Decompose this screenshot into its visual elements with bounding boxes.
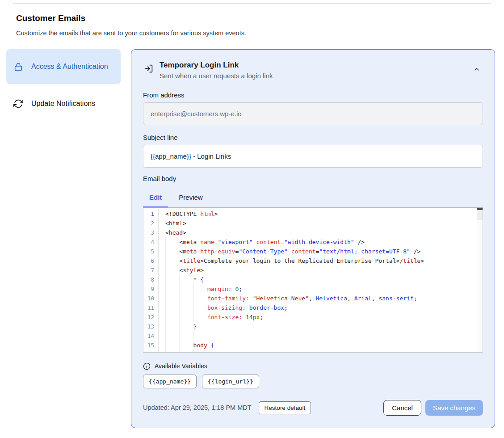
sidebar-item-access-authentication[interactable]: Access & Authentication: [6, 49, 121, 84]
cancel-button[interactable]: Cancel: [383, 400, 421, 416]
sidebar-item-update-notifications[interactable]: Update Notifications: [6, 92, 121, 115]
editor-scrollbar[interactable]: [477, 208, 483, 352]
editor-tabs: Edit Preview: [143, 190, 483, 207]
panel-subtitle: Sent when a user requests a login link: [160, 72, 273, 80]
code-editor[interactable]: 1<!DOCTYPE html>2<html>3<head>4<meta nam…: [143, 207, 483, 353]
available-variables-row: Available Variables: [143, 362, 483, 370]
temporary-login-link-panel: Temporary Login Link Sent when a user re…: [131, 49, 495, 428]
info-icon: [143, 362, 151, 370]
customer-emails-page: Customer Emails Customize the emails tha…: [0, 0, 504, 438]
email-body-label: Email body: [143, 175, 483, 182]
refresh-icon: [13, 99, 24, 109]
previous-card-bottom-edge: [10, 0, 494, 4]
from-address-field-group: From address: [143, 91, 483, 125]
panel-title: Temporary Login Link: [160, 60, 273, 71]
tab-preview[interactable]: Preview: [172, 190, 209, 207]
sidebar-item-label: Update Notifications: [31, 98, 95, 109]
from-address-label: From address: [143, 91, 483, 99]
panel-footer: Updated: Apr 29, 2025, 1:18 PM MDT Resto…: [143, 400, 483, 416]
page-title: Customer Emails: [16, 13, 85, 23]
panel-header: Temporary Login Link Sent when a user re…: [143, 60, 483, 80]
page-subtitle: Customize the emails that are sent to yo…: [16, 29, 246, 37]
restore-default-button[interactable]: Restore default: [259, 401, 311, 414]
collapse-panel-button[interactable]: [471, 64, 482, 75]
login-icon: [144, 64, 153, 73]
lock-icon: [13, 62, 24, 72]
subject-line-input[interactable]: [143, 145, 483, 168]
updated-timestamp: Updated: Apr 29, 2025, 1:18 PM MDT: [143, 404, 252, 411]
tab-edit[interactable]: Edit: [143, 190, 168, 207]
variable-chips: {{app_name}} {{login_url}}: [143, 375, 483, 388]
code-editor-lines: 1<!DOCTYPE html>2<html>3<head>4<meta nam…: [143, 209, 483, 353]
available-variables-label: Available Variables: [155, 362, 207, 370]
email-sections-sidebar: Access & Authentication Update Notificat…: [6, 49, 121, 115]
chevron-up-icon: [473, 66, 480, 73]
variable-chip-login-url[interactable]: {{login_url}}: [202, 375, 259, 388]
editor-scrollbar-thumb[interactable]: [477, 208, 483, 220]
subject-line-field-group: Subject line: [143, 134, 483, 168]
from-address-input[interactable]: [143, 102, 483, 125]
subject-line-label: Subject line: [143, 134, 483, 141]
variable-chip-app-name[interactable]: {{app_name}}: [143, 375, 197, 388]
save-changes-button[interactable]: Save changes: [425, 400, 483, 416]
sidebar-item-label: Access & Authentication: [31, 61, 108, 72]
email-body-section: Email body Edit Preview 1<!DOCTYPE html>…: [143, 175, 483, 353]
